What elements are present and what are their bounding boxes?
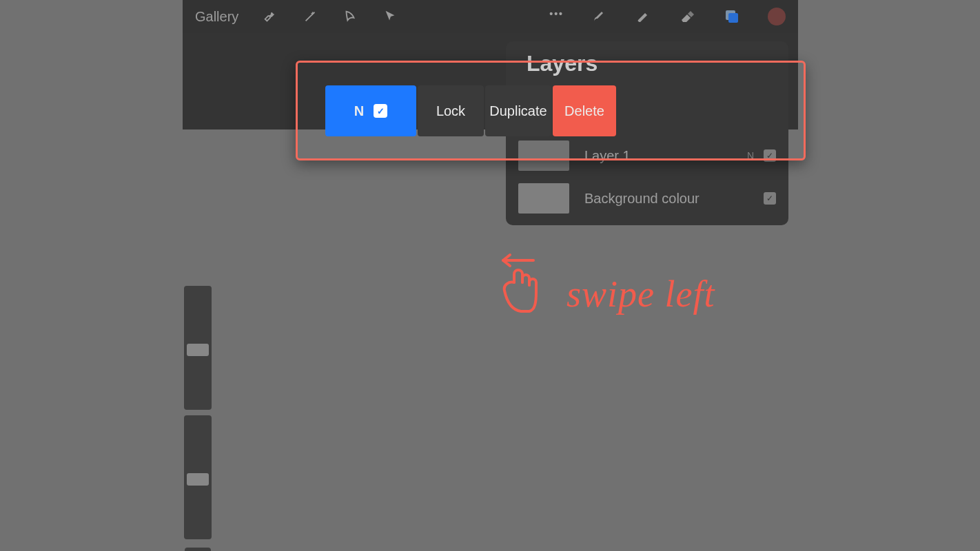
side-sliders: [183, 286, 213, 551]
toolbar-right: •••: [549, 8, 786, 25]
layer-label: Background colour: [584, 191, 764, 207]
layer-visibility-checkbox[interactable]: ✓: [764, 192, 776, 205]
slider-thumb[interactable]: [187, 473, 209, 486]
layer-swipe-actions: N ✓ Lock Duplicate Delete: [325, 85, 799, 136]
brush-size-slider[interactable]: [184, 286, 212, 410]
svg-rect-1: [728, 13, 738, 23]
color-swatch[interactable]: [768, 8, 786, 25]
more-icon[interactable]: •••: [549, 8, 564, 19]
layer-visibility-checkbox[interactable]: ✓: [764, 149, 776, 162]
cursor-icon[interactable]: [382, 8, 398, 25]
selection-icon[interactable]: [342, 8, 358, 25]
layer-blend-button[interactable]: N ✓: [325, 85, 416, 136]
modify-button[interactable]: [185, 548, 211, 551]
layers-icon[interactable]: [724, 8, 740, 25]
toolbar: Gallery •••: [183, 0, 798, 33]
layer-thumbnail: [518, 141, 569, 171]
duplicate-button[interactable]: Duplicate: [485, 85, 551, 136]
eraser-icon[interactable]: [680, 8, 696, 25]
blend-mode-label: N: [354, 103, 364, 119]
brush-opacity-slider[interactable]: [184, 415, 212, 539]
app-frame: Gallery •••: [183, 0, 798, 551]
layers-panel-title: Layers: [510, 48, 784, 83]
layer-row[interactable]: Layer 1 N ✓: [510, 134, 784, 177]
brush-icon[interactable]: [591, 8, 608, 25]
lock-button[interactable]: Lock: [418, 85, 484, 136]
wand-icon[interactable]: [302, 8, 318, 25]
layer-blend-mode[interactable]: N: [747, 150, 754, 161]
smudge-icon[interactable]: [635, 8, 652, 25]
layer-label: Layer 1: [584, 148, 747, 164]
layer-thumbnail: [518, 183, 569, 214]
delete-button[interactable]: Delete: [553, 85, 616, 136]
layer-row[interactable]: Background colour ✓: [510, 177, 784, 220]
layer-visibility-checkbox[interactable]: ✓: [374, 104, 387, 118]
gallery-button[interactable]: Gallery: [195, 9, 238, 25]
slider-thumb[interactable]: [187, 344, 209, 356]
wrench-icon[interactable]: [262, 8, 278, 25]
toolbar-left: Gallery: [195, 8, 398, 25]
